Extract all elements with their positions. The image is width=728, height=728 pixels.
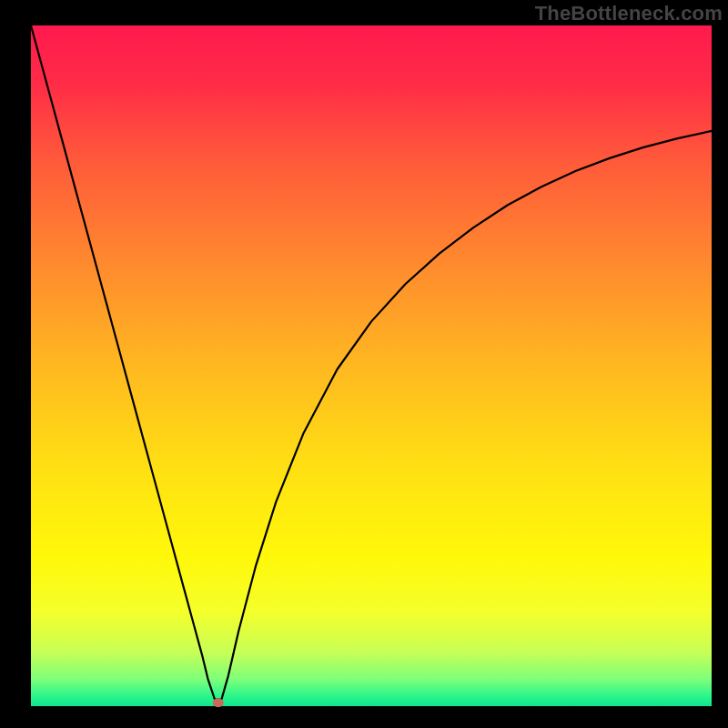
chart-frame: TheBottleneck.com (0, 0, 728, 728)
marker-point (213, 698, 224, 707)
bottleneck-chart (0, 0, 728, 728)
watermark-text: TheBottleneck.com (535, 2, 723, 25)
plot-area (31, 25, 712, 706)
